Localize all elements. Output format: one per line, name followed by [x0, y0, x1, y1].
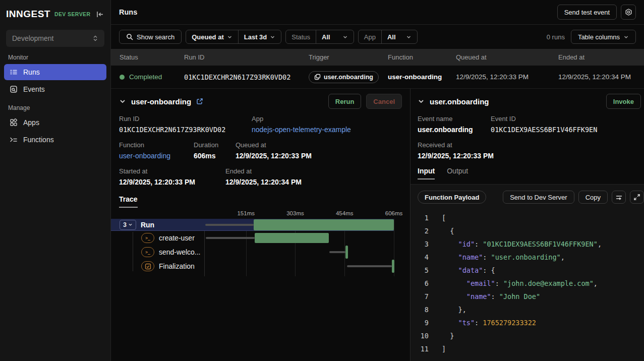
code-line: 9 "ts": 1765279233322 [418, 316, 637, 329]
environment-select[interactable]: Development [6, 30, 104, 47]
code-line: 4 "name": "user.onboarding", [418, 251, 637, 264]
runs-icon [10, 68, 18, 76]
time-range-value: Last 3d [244, 33, 267, 41]
external-link-icon[interactable] [196, 98, 203, 105]
sidebar-item-apps[interactable]: Apps [4, 114, 106, 131]
show-search-label: Show search [137, 33, 174, 41]
step-name: send-welco... [159, 248, 200, 256]
queued-at-value: 12/9/2025, 12:20:33 PM [456, 73, 558, 81]
time-field-value: Queued at [192, 33, 224, 41]
app-label: App [252, 115, 351, 123]
terminal-step-icon: >_ [141, 233, 154, 243]
app-filter-dropdown[interactable]: All [381, 30, 417, 43]
sidebar-item-label: Functions [23, 136, 54, 144]
tab-input[interactable]: Input [418, 167, 435, 179]
event-title: user.onboarding [430, 97, 489, 106]
time-field-dropdown[interactable]: Queued at [186, 30, 238, 43]
copy-button[interactable]: Copy [578, 191, 608, 204]
tab-trace[interactable]: Trace [119, 195, 138, 208]
send-test-event-button[interactable]: Send test event [557, 5, 617, 20]
sidebar-item-label: Runs [23, 68, 40, 76]
cancel-button[interactable]: Cancel [366, 94, 402, 109]
event-detail-panel: user.onboarding Invoke Event name user.o… [411, 89, 644, 361]
runs-count: 0 runs [547, 33, 565, 41]
table-row[interactable]: Completed 01KC1DEXCHR2N617Z93RK0VD02 use… [111, 66, 644, 88]
trigger-pill[interactable]: user.onboarding [309, 71, 379, 83]
event-icon [314, 74, 321, 80]
code-line: 10 } [418, 329, 637, 342]
search-icon [126, 33, 133, 40]
code-content: ] [442, 342, 446, 355]
rerun-button[interactable]: Rerun [328, 94, 362, 109]
started-at-label: Started at [119, 167, 225, 175]
run-id-label: Run ID [119, 115, 252, 123]
trace-track [204, 231, 394, 245]
line-number: 4 [418, 251, 429, 264]
line-number: 5 [418, 264, 429, 277]
collapse-sidebar-icon[interactable] [96, 10, 104, 19]
sidebar-item-functions[interactable]: Functions [4, 132, 106, 148]
code-line: 5 "data": { [418, 264, 637, 277]
run-title: user-onboarding [131, 97, 191, 106]
expand-button[interactable] [630, 191, 644, 204]
trace-row[interactable]: Finalization [111, 259, 394, 273]
step-count: 3 [123, 221, 127, 228]
duration-label: Duration [194, 141, 236, 149]
trigger-label: user.onboarding [324, 74, 373, 81]
collapse-event-chevron-icon[interactable] [418, 98, 425, 105]
chevron-down-icon [270, 34, 275, 40]
sidebar-item-events[interactable]: Events [4, 81, 106, 97]
settings-button[interactable] [621, 5, 636, 20]
tab-output[interactable]: Output [447, 167, 468, 179]
received-at-label: Received at [418, 141, 494, 149]
code-content: "ts": 1765279233322 [442, 316, 536, 329]
app-filter-value: All [387, 33, 396, 41]
line-number: 7 [418, 290, 429, 303]
code-line: 3 "id": "01KC1DEX9AESS6BF1V46FFK9EN", [418, 237, 637, 251]
event-id-label: Event ID [491, 115, 597, 123]
code-line: 8 }, [418, 303, 637, 316]
code-content: } [442, 329, 454, 342]
code-content: "name": "John Doe" [442, 290, 540, 303]
table-columns-dropdown[interactable]: Table columns [571, 30, 636, 44]
app-link[interactable]: nodejs-open-telemetry-example [252, 126, 351, 134]
collapse-run-chevron-icon[interactable] [119, 98, 126, 105]
trace-tick-label: 454ms [336, 210, 354, 216]
ended-at-detail-value: 12/9/2025, 12:20:34 PM [225, 178, 302, 186]
code-content: "id": "01KC1DEX9AESS6BF1V46FFK9EN", [442, 237, 602, 251]
status-filter-value: All [322, 33, 330, 41]
main-content: Runs Send test event Show search [111, 0, 644, 361]
trace-row[interactable]: 3Run [111, 219, 394, 231]
send-to-dev-server-button[interactable]: Send to Dev Server [503, 191, 574, 204]
invoke-button[interactable]: Invoke [606, 94, 641, 109]
run-status-cell: Completed [120, 73, 184, 81]
function-payload-badge[interactable]: Function Payload [418, 191, 486, 204]
trace-row-label: >_create-user [111, 233, 204, 243]
status-filter-dropdown[interactable]: All [316, 30, 354, 43]
trace-tick-label: 303ms [286, 210, 304, 216]
trace-row[interactable]: >_send-welco... [111, 245, 394, 259]
code-content: }, [442, 303, 466, 316]
payload-code[interactable]: 1[2 {3 "id": "01KC1DEX9AESS6BF1V46FFK9EN… [418, 211, 637, 355]
chevron-down-icon [227, 34, 232, 40]
table-columns-label: Table columns [578, 33, 620, 41]
col-function: Function [388, 53, 456, 61]
expand-icon [633, 194, 640, 201]
show-search-button[interactable]: Show search [119, 30, 182, 44]
trace-row[interactable]: >_create-user [111, 231, 394, 245]
time-range-dropdown[interactable]: Last 3d [238, 30, 281, 43]
page-title: Runs [119, 8, 137, 16]
sidebar-item-runs[interactable]: Runs [4, 64, 106, 80]
step-count-badge[interactable]: 3 [120, 220, 136, 230]
code-line: 6 "email": "john.doe@example.com", [418, 277, 637, 290]
trace-tick-label: 151ms [237, 210, 255, 216]
col-trigger: Trigger [309, 53, 388, 61]
function-link[interactable]: user-onboarding [119, 152, 194, 160]
logo-row: INNGEST DEV SERVER [0, 0, 110, 27]
word-wrap-button[interactable] [612, 191, 626, 204]
trace-wait-segment [329, 251, 345, 253]
trace-duration-bar [392, 260, 394, 273]
word-wrap-icon [615, 194, 623, 201]
ended-at-value: 12/9/2025, 12:20:34 PM [558, 73, 644, 81]
code-content: "name": "user.onboarding", [442, 251, 565, 264]
